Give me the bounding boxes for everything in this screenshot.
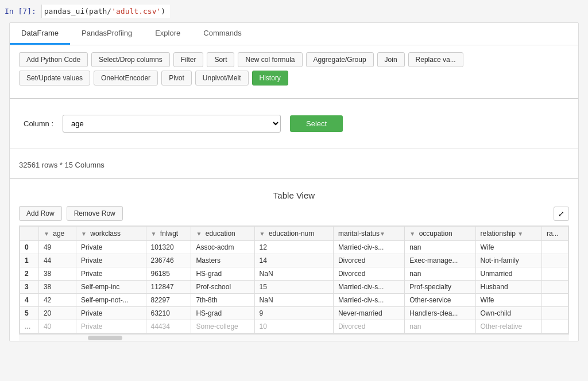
col-header-relationship[interactable]: relationship ▼ — [475, 227, 541, 241]
set-update-values-button[interactable]: Set/Update values — [19, 71, 90, 85]
cell-race-4 — [542, 294, 568, 307]
tab-explore[interactable]: Explore — [144, 23, 192, 45]
cell-occ-6: nan — [405, 320, 475, 333]
tab-dataframe[interactable]: DataFrame — [10, 23, 70, 45]
tab-bar: DataFrame PandasProfiing Explore Command… — [10, 23, 578, 45]
code-string: 'adult.csv' — [111, 7, 161, 15]
column-dropdown[interactable]: age workclass fnlwgt education education… — [63, 115, 281, 133]
cell-age-4: 42 — [38, 294, 76, 307]
cell-occ-0: nan — [405, 241, 475, 254]
replace-va-button[interactable]: Replace va... — [408, 52, 463, 67]
add-row-button[interactable]: Add Row — [19, 206, 62, 221]
cell-rel-0: Wife — [475, 241, 541, 254]
history-button[interactable]: History — [252, 71, 288, 85]
cell-education-4: 7th-8th — [191, 294, 254, 307]
col-header-race[interactable]: ra... — [542, 227, 568, 241]
table-row: 3 38 Self-emp-inc 112847 Prof-school 15 … — [20, 281, 568, 294]
cell-occ-4: Other-service — [405, 294, 475, 307]
horizontal-scrollbar[interactable] — [19, 334, 569, 341]
col-header-workclass[interactable]: ▼ workclass — [76, 227, 146, 241]
col-header-education-num[interactable]: ▼ education-num — [254, 227, 333, 241]
cell-education-0: Assoc-acdm — [191, 241, 254, 254]
cell-education-6: Some-college — [191, 320, 254, 333]
cell-rel-2: Unmarried — [475, 267, 541, 281]
cell-race-6 — [542, 320, 568, 333]
sort-button[interactable]: Sort — [207, 52, 234, 67]
cell-edu-num-1: 14 — [254, 254, 333, 267]
cell-marital-5: Never-married — [333, 307, 404, 320]
col-header-marital-status[interactable]: marital-status▼ — [333, 227, 404, 241]
cell-age-0: 49 — [38, 241, 76, 254]
cell-race-0 — [542, 241, 568, 254]
cell-age-5: 20 — [38, 307, 76, 320]
cell-workclass-3: Self-emp-inc — [76, 281, 146, 294]
fullscreen-icon[interactable]: ⤢ — [554, 207, 569, 221]
filter-button[interactable]: Filter — [173, 52, 204, 67]
cell-fnlwgt-4: 82297 — [146, 294, 191, 307]
row-index-1: 1 — [20, 254, 39, 267]
cell-fnlwgt-3: 112847 — [146, 281, 191, 294]
data-table: ▼ age ▼ workclass ▼ fnlwgt ▼ education ▼… — [20, 226, 568, 333]
cell-age-2: 38 — [38, 267, 76, 281]
select-drop-columns-button[interactable]: Select/Drop columns — [91, 52, 170, 67]
cell-workclass-4: Self-emp-not-... — [76, 294, 146, 307]
row-index-6: ... — [20, 320, 39, 333]
cell-rel-3: Husband — [475, 281, 541, 294]
add-python-code-button[interactable]: Add Python Code — [19, 52, 88, 67]
cell-education-3: Prof-school — [191, 281, 254, 294]
cell-race-3 — [542, 281, 568, 294]
toolbar-row-2: Set/Update values OneHotEncoder Pivot Un… — [19, 71, 569, 85]
cell-occ-2: nan — [405, 267, 475, 281]
column-select-area: Column : age workclass fnlwgt education … — [10, 106, 578, 142]
table-view-title: Table View — [19, 190, 569, 200]
table-row: 2 38 Private 96185 HS-grad NaN Divorced … — [20, 267, 568, 281]
row-index-3: 3 — [20, 281, 39, 294]
row-index-0: 0 — [20, 241, 39, 254]
cell-marital-0: Married-civ-s... — [333, 241, 404, 254]
cell-rel-5: Own-child — [475, 307, 541, 320]
join-button[interactable]: Join — [377, 52, 405, 67]
tab-pandasprofiing[interactable]: PandasProfiing — [70, 23, 144, 45]
col-header-fnlwgt[interactable]: ▼ fnlwgt — [146, 227, 191, 241]
table-row: 5 20 Private 63210 HS-grad 9 Never-marri… — [20, 307, 568, 320]
cell-rel-4: Wife — [475, 294, 541, 307]
cell-edu-num-5: 9 — [254, 307, 333, 320]
aggregate-group-button[interactable]: Aggregate/Group — [306, 52, 374, 67]
cell-label: In [7]: — [0, 5, 41, 18]
remove-row-button[interactable]: Remove Row — [67, 206, 123, 221]
onehotencoder-button[interactable]: OneHotEncoder — [94, 71, 158, 85]
col-header-index — [20, 227, 39, 241]
col-header-education[interactable]: ▼ education — [191, 227, 254, 241]
pivot-button[interactable]: Pivot — [161, 71, 192, 85]
col-header-occupation[interactable]: ▼ occupation — [405, 227, 475, 241]
cell-education-5: HS-grad — [191, 307, 254, 320]
cell-fnlwgt-5: 63210 — [146, 307, 191, 320]
cell-marital-6: Divorced — [333, 320, 404, 333]
new-col-formula-button[interactable]: New col formula — [238, 52, 302, 67]
table-actions: Add Row Remove Row ⤢ — [19, 206, 569, 221]
tab-commands[interactable]: Commands — [192, 23, 253, 45]
cell-fnlwgt-0: 101320 — [146, 241, 191, 254]
code-function: pandas_ui(path/ — [44, 7, 111, 15]
cell-edu-num-3: 15 — [254, 281, 333, 294]
unpivot-melt-button[interactable]: Unpivot/Melt — [195, 71, 249, 85]
cell-rel-1: Not-in-family — [475, 254, 541, 267]
row-info: 32561 rows * 15 Columns — [10, 156, 578, 174]
cell-workclass-0: Private — [76, 241, 146, 254]
cell-code: pandas_ui(path/'adult.csv') — [41, 5, 170, 18]
cell-marital-2: Divorced — [333, 267, 404, 281]
cell-marital-3: Married-civ-s... — [333, 281, 404, 294]
data-table-wrapper[interactable]: ▼ age ▼ workclass ▼ fnlwgt ▼ education ▼… — [19, 226, 569, 334]
code-paren: ) — [161, 7, 165, 15]
cell-age-1: 44 — [38, 254, 76, 267]
toolbar-row-1: Add Python Code Select/Drop columns Filt… — [19, 52, 569, 67]
cell-marital-4: Married-civ-s... — [333, 294, 404, 307]
cell-workclass-6: Private — [76, 320, 146, 333]
select-button[interactable]: Select — [290, 115, 343, 132]
cell-age-3: 38 — [38, 281, 76, 294]
cell-education-2: HS-grad — [191, 267, 254, 281]
col-header-age[interactable]: ▼ age — [38, 227, 76, 241]
cell-workclass-1: Private — [76, 254, 146, 267]
table-row: ... 40 Private 44434 Some-college 10 Div… — [20, 320, 568, 333]
cell-edu-num-0: 12 — [254, 241, 333, 254]
